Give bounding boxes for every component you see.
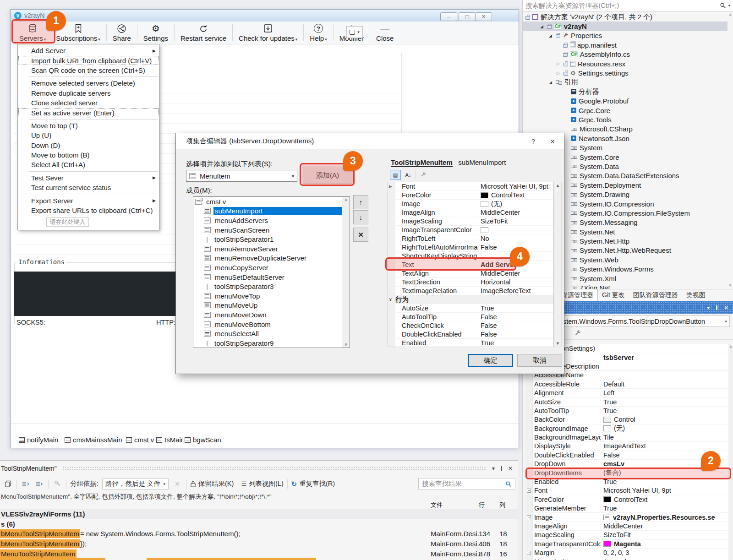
tray-item-notifymain[interactable]: notifyMain <box>19 436 58 444</box>
members-scrollbar[interactable]: ∨∨ <box>342 197 350 348</box>
menu-item-down[interactable]: Down (D) <box>18 141 159 150</box>
menu-item-remove-duplicate[interactable]: Remove duplicate servers <box>18 88 159 98</box>
remove-member-button[interactable]: ✕ <box>353 228 368 242</box>
property-row[interactable]: AutoSizeTrue <box>525 397 729 406</box>
property-row[interactable]: AutoSizeTrue <box>388 304 553 313</box>
property-row[interactable]: ImageTransparentColorMagenta <box>525 540 729 549</box>
member-row[interactable]: menuMoveBottom <box>193 320 350 329</box>
member-row[interactable]: menuCopyServer <box>193 263 350 272</box>
member-row[interactable]: menuSelectAll <box>193 329 350 338</box>
expand-plus-icon[interactable] <box>527 489 531 493</box>
wrench-icon[interactable] <box>418 170 429 180</box>
alphabetical-icon[interactable]: A↓ <box>403 170 414 180</box>
property-row[interactable]: DoubleClickEnabledFalse <box>388 330 553 339</box>
cancel-button[interactable]: 取消 <box>517 354 562 367</box>
menu-item-test-server[interactable]: Test Sever▶ <box>18 173 159 183</box>
menu-item-move-bottom[interactable]: Move to bottom (B) <box>18 150 159 160</box>
member-row[interactable]: menuRemoveDuplicateServer <box>193 254 350 263</box>
property-row[interactable]: EnabledTrue <box>388 339 553 347</box>
list-view-button[interactable]: ☰列表视图(L) <box>241 479 283 488</box>
property-row[interactable]: DisplayStyleImageAndText <box>525 442 729 451</box>
property-row[interactable]: BackgroundImage(无) <box>525 424 729 433</box>
key-icon[interactable] <box>52 479 62 489</box>
dialog-help-button[interactable]: ? <box>526 136 540 147</box>
property-row[interactable]: ▶FontMicrosoft YaHei UI, 9pt <box>388 182 553 191</box>
type-here-input[interactable]: 请在此处键入 <box>46 217 89 227</box>
share-button[interactable]: Share <box>108 22 136 44</box>
menu-item-clone-server[interactable]: Clone selected server <box>18 98 159 108</box>
dialog-grid-scrollbar[interactable]: ▲▼ <box>554 182 562 347</box>
menu-item-move-top[interactable]: Move to top (T) <box>18 121 159 130</box>
pin-icon[interactable] <box>716 305 717 310</box>
expand-all-icon[interactable] <box>34 479 44 489</box>
property-row[interactable]: ImageAlignMiddleCenter <box>525 522 729 531</box>
column-col[interactable]: 列 <box>499 501 505 509</box>
property-row[interactable]: GenerateMemberTrue <box>525 504 729 513</box>
property-row[interactable]: FontMicrosoft YaHei UI, 9pt <box>525 486 729 495</box>
menu-item-add-server[interactable]: Add Server▶ <box>18 46 159 55</box>
property-row[interactable]: DoubleClickEnabledFalse <box>525 451 729 460</box>
member-row[interactable]: menuScanScreen <box>193 225 350 235</box>
menu-item-import-bulk-url[interactable]: Import bulk URL from clipboard (Ctrl+V) <box>18 55 159 65</box>
expander-icon[interactable]: ◢ <box>540 24 545 29</box>
property-row[interactable]: CheckOnClickFalse <box>388 321 553 330</box>
tree-item-project-v2rayn[interactable]: ◢C#v2rayN <box>523 22 728 31</box>
property-row[interactable]: ImageAlignMiddleCenter <box>388 208 553 217</box>
property-row[interactable]: AlignmentLeft <box>525 389 729 397</box>
tree-item-resources[interactable]: ▷Resources.resx <box>523 59 728 68</box>
property-row[interactable]: RightToLeftNo <box>388 234 553 243</box>
collapsed-icon[interactable]: ▷ <box>557 61 561 66</box>
chevron-down-icon[interactable]: ▾ <box>707 304 710 311</box>
member-row[interactable]: cmsLv <box>193 197 350 207</box>
tray-item-ssmain[interactable]: ssMain <box>100 436 122 444</box>
category-row-behavior[interactable]: ∨行为 <box>388 295 553 304</box>
expand-plus-icon[interactable] <box>527 551 531 555</box>
member-row[interactable]: menuMoveTop <box>193 291 350 301</box>
wrench-icon[interactable] <box>574 330 581 337</box>
menu-item-up[interactable]: Up (U) <box>18 130 159 140</box>
member-row[interactable]: |toolStripSeparator3 <box>193 282 350 291</box>
tree-item-ref[interactable]: Google.Protobuf <box>523 97 728 106</box>
column-line[interactable]: 行 <box>479 501 485 509</box>
close-icon[interactable]: ✕ <box>724 304 728 311</box>
property-row[interactable]: TextDirectionHorizontal <box>388 278 553 287</box>
pin-icon[interactable] <box>501 466 502 471</box>
property-row[interactable]: ForeColorControlText <box>388 191 553 200</box>
property-row[interactable]: ImageScalingSizeToFit <box>525 531 729 539</box>
menu-item-test-current[interactable]: Test current service status <box>18 183 159 192</box>
find-results-titlebar[interactable]: ToolStripMenuItem" ▾ ✕ <box>0 461 518 476</box>
restart-service-button[interactable]: Restart service <box>175 22 231 44</box>
tree-item-references[interactable]: ◢引用 <box>523 78 728 87</box>
member-row[interactable]: menuMoveDown <box>193 310 350 320</box>
search-icon[interactable]: ▾ <box>720 2 730 9</box>
tree-item-settings[interactable]: ▷⚙Settings.settings <box>523 68 728 77</box>
property-row[interactable]: BackColorControl <box>525 415 729 424</box>
tree-item-ref[interactable]: Grpc.Tools <box>523 115 728 124</box>
solution-scrollbar[interactable]: ▲▼ <box>728 12 733 288</box>
column-file[interactable]: 文件 <box>431 501 443 509</box>
maximize-button[interactable]: ▢ <box>459 12 476 21</box>
solution-search-input[interactable]: 搜索解决方案资源管理器(Ctrl+;) ▾ <box>523 0 733 11</box>
property-row[interactable]: Margin0, 2, 0, 3 <box>525 549 729 557</box>
property-row[interactable]: AutoToolTipTrue <box>525 407 729 415</box>
tree-item-ref[interactable]: Grpc.Core <box>523 106 728 115</box>
tray-item-cmslv[interactable]: cmsLv <box>126 436 154 444</box>
tray-item-bgwscan[interactable]: bgwScan <box>185 436 221 444</box>
property-row[interactable]: RightToLeftAutoMirrorImageFalse <box>388 243 553 252</box>
tab-team-explorer[interactable]: 团队资源管理器 <box>629 289 682 301</box>
expand-plus-icon[interactable] <box>527 515 531 519</box>
toolstrip-overflow-button[interactable]: ▾ <box>346 26 363 38</box>
property-row[interactable]: ImageScalingSizeToFit <box>388 217 553 226</box>
member-row[interactable]: menuMoveUp <box>193 301 350 310</box>
search-icon[interactable] <box>505 481 512 487</box>
search-results-input[interactable]: 搜索查找结果 <box>418 478 515 489</box>
dialog-close-button[interactable]: ✕ <box>546 136 559 147</box>
properties-scrollbar[interactable]: ▲ <box>728 344 733 560</box>
tab-git-changes[interactable]: Git 更改 <box>598 289 629 301</box>
tree-item-solution[interactable]: 解决方案 'v2rayN' (2 个项目, 共 2 个) <box>523 12 728 22</box>
result-row[interactable]: bMenuToolStripMenuItem = new System.Wind… <box>0 528 518 538</box>
member-row[interactable]: menuRemoveServer <box>193 244 350 254</box>
close-app-button[interactable]: — Close <box>371 22 399 44</box>
menu-item-export-server[interactable]: Export Server▶ <box>18 196 159 205</box>
tree-item-properties[interactable]: ◢Properties <box>523 31 728 40</box>
